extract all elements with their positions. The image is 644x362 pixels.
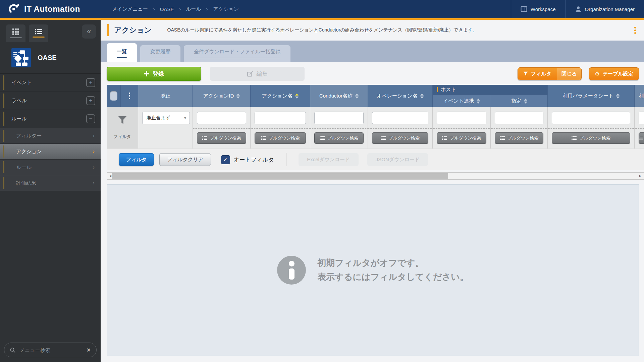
operation-name-pulldown-button[interactable]: プルダウン検索: [372, 132, 428, 144]
workspace-switcher[interactable]: Workspace: [511, 0, 565, 18]
column-header-host-specify[interactable]: 指定: [491, 95, 548, 107]
register-button[interactable]: 登録: [107, 67, 201, 81]
search-clear-icon[interactable]: ✕: [87, 347, 91, 353]
sidebar-item-rule[interactable]: ルール −: [0, 110, 101, 128]
conductor-name-filter-input[interactable]: [314, 112, 364, 124]
action-id-filter-input[interactable]: [197, 112, 246, 124]
breadcrumb-separator: >: [178, 7, 181, 12]
page-description: OASEのルール判定にて条件を満たした際に実行するオペレーションとConduct…: [167, 27, 477, 33]
autofilter-label: オートフィルタ: [233, 156, 274, 164]
truncated-pulldown-button[interactable]: プルダウン検索: [639, 132, 644, 144]
menu-search-box[interactable]: ✕: [4, 343, 97, 357]
sidebar-item-rule-sub[interactable]: ルール ›: [0, 160, 101, 175]
column-label: 指定: [511, 98, 521, 104]
host-event-filter-input[interactable]: [437, 112, 486, 124]
edit-button-disabled[interactable]: 編集: [210, 67, 305, 81]
operation-name-filter-input[interactable]: [372, 112, 428, 124]
user-icon: [575, 6, 582, 12]
top-header-bar: IT Automation メインメニュー > OASE > ルール > アクシ…: [0, 0, 644, 20]
breadcrumb-oase[interactable]: OASE: [160, 6, 174, 12]
action-name-filter-input[interactable]: [255, 112, 306, 124]
horizontal-scrollbar[interactable]: ◄ ►: [107, 172, 644, 180]
column-header-action-name[interactable]: アクション名: [251, 85, 310, 107]
page-menu-kebab-icon[interactable]: [634, 27, 636, 34]
filter-cell-host-event-link: プルダウン検索: [433, 107, 491, 148]
conductor-name-pulldown-button[interactable]: プルダウン検索: [314, 132, 364, 144]
divider: [310, 128, 368, 129]
sort-arrows-icon[interactable]: [477, 99, 480, 104]
sidebar-tab-menu-list-active[interactable]: [29, 24, 48, 42]
column-header-host-event-link[interactable]: イベント連携: [433, 95, 491, 107]
sidebar-brand-oase[interactable]: OASE: [0, 42, 101, 74]
parameter-sheet-filter-input[interactable]: [552, 112, 630, 124]
discard-filter-select[interactable]: 廃止含まず ▾: [142, 112, 190, 124]
checkbox-checked-icon[interactable]: ✓: [221, 155, 230, 164]
column-header-conductor-name[interactable]: Conductor名称: [310, 85, 368, 107]
breadcrumb-rule[interactable]: ルール: [186, 6, 201, 12]
tab-bulk-download-upload[interactable]: 全件ダウンロード・ファイル一括登録: [184, 45, 290, 62]
sort-arrows-icon[interactable]: [420, 94, 424, 99]
plus-icon: [144, 71, 149, 76]
column-header-operation-name[interactable]: オペレーション名: [368, 85, 433, 107]
select-all-cell: [107, 85, 121, 107]
table-settings-label: テーブル設定: [603, 71, 633, 77]
divider: [433, 128, 490, 129]
tab-change-history[interactable]: 変更履歴: [140, 45, 180, 62]
breadcrumb-separator: >: [206, 7, 209, 12]
filter-row-caption: フィルタ: [107, 107, 138, 148]
column-header-action-id[interactable]: アクションID: [193, 85, 251, 107]
menu-search-input[interactable]: [20, 347, 87, 353]
scrollbar-thumb[interactable]: [112, 173, 448, 179]
action-id-pulldown-button[interactable]: プルダウン検索: [197, 132, 246, 144]
table-filter-row: フィルタ 廃止含まず ▾: [107, 107, 644, 148]
sort-arrows-icon[interactable]: [236, 94, 240, 99]
truncated-filter-input[interactable]: [639, 112, 644, 124]
action-name-pulldown-button[interactable]: プルダウン検索: [255, 132, 306, 144]
host-event-pulldown-button[interactable]: プルダウン検索: [437, 132, 486, 144]
sort-arrows-icon[interactable]: [524, 99, 527, 104]
filter-close-button[interactable]: 閉じる: [557, 68, 581, 80]
json-download-button-disabled[interactable]: JSONダウンロード: [367, 153, 428, 166]
kebab-vertical-icon: [129, 93, 130, 99]
filter-toggle-split-button: フィルタ 閉じる: [518, 67, 582, 80]
host-specify-filter-input[interactable]: [495, 112, 543, 124]
sidebar-item-label[interactable]: ラベル +: [0, 92, 101, 110]
filter-caption-label: フィルタ: [113, 134, 131, 140]
column-header-discard[interactable]: 廃止: [138, 85, 193, 107]
sort-arrows-icon[interactable]: [355, 94, 359, 99]
excel-download-button-disabled[interactable]: Excelダウンロード: [299, 153, 358, 166]
row-menu-column[interactable]: [121, 85, 138, 107]
sort-arrows-icon-asc[interactable]: [295, 94, 299, 99]
expand-plus-icon[interactable]: +: [86, 96, 95, 105]
autofilter-toggle[interactable]: ✓ オートフィルタ: [221, 155, 274, 164]
column-header-truncated[interactable]: 利用: [635, 85, 644, 107]
column-label: イベント連携: [443, 98, 474, 104]
tab-underline-active: [33, 37, 45, 38]
info-icon: [277, 256, 306, 285]
host-specify-pulldown-button[interactable]: プルダウン検索: [495, 132, 543, 144]
breadcrumb-main-menu[interactable]: メインメニュー: [112, 6, 148, 12]
sidebar-tab-menu-grid[interactable]: [6, 24, 25, 42]
filter-clear-button[interactable]: フィルタクリア: [159, 153, 211, 166]
sidebar-collapse-button[interactable]: «: [82, 24, 96, 39]
chevron-right-icon: ›: [93, 132, 95, 139]
collapse-minus-icon[interactable]: −: [86, 114, 95, 123]
apply-filter-button[interactable]: フィルタ: [119, 153, 154, 166]
filter-toggle-button[interactable]: フィルタ: [518, 68, 557, 80]
sidebar-item-filter[interactable]: フィルター ›: [0, 128, 101, 144]
parameter-sheet-pulldown-button[interactable]: プルダウン検索: [552, 132, 630, 144]
scroll-right-arrow-icon[interactable]: ►: [639, 174, 642, 178]
tab-list-active[interactable]: 一覧: [107, 43, 137, 62]
sidebar-item-event[interactable]: イベント +: [0, 74, 101, 92]
breadcrumb: メインメニュー > OASE > ルール > アクション: [112, 0, 239, 18]
user-menu[interactable]: Organization Manager: [565, 0, 644, 18]
sidebar-item-action-active[interactable]: アクション ›: [0, 144, 101, 160]
column-header-parameter-sheet[interactable]: 利用パラメータシート: [548, 85, 635, 107]
table-settings-button[interactable]: ⚙ テーブル設定: [589, 67, 639, 80]
sidebar-item-evaluation-result[interactable]: 評価結果 ›: [0, 175, 101, 191]
select-all-checkbox[interactable]: [110, 91, 117, 101]
expand-plus-icon[interactable]: +: [86, 78, 95, 87]
funnel-icon: [118, 116, 127, 125]
sort-arrows-icon[interactable]: [616, 94, 620, 99]
app-brand[interactable]: IT Automation: [0, 0, 101, 18]
